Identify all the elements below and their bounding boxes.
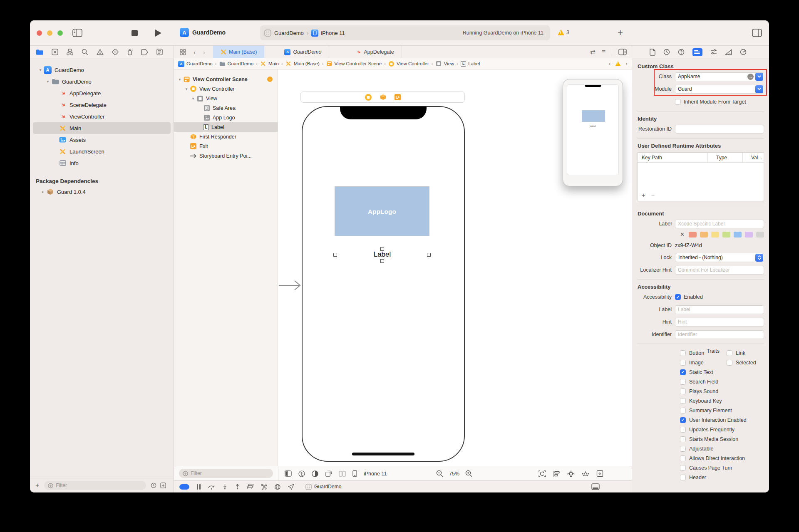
outline-row-scene[interactable]: ▾ View Controller Scene › [174,74,278,84]
accessibility-identifier-input[interactable] [675,331,764,339]
trait-plays-sound-checkbox[interactable] [680,388,686,394]
connections-inspector-icon[interactable] [740,49,747,55]
outline-row-label[interactable]: L Label [174,122,278,132]
selected-label-view[interactable]: Label [357,250,407,259]
trait-causes-page-turn-checkbox[interactable] [680,465,686,471]
trait-link-checkbox[interactable] [727,350,732,356]
breakpoint-navigator-icon[interactable] [141,49,148,55]
canvas-device-name[interactable]: iPhone 11 [364,471,387,477]
nav-row-assets[interactable]: Assets [33,134,171,146]
localizer-hint-field[interactable] [675,266,764,275]
warning-badge[interactable]: 3 [558,29,569,35]
hide-console-icon[interactable] [591,483,600,490]
recent-files-filter-icon[interactable] [151,483,156,488]
trait-image-checkbox[interactable] [680,360,686,366]
simulate-location-icon[interactable] [288,484,294,490]
outline-filter-field[interactable]: Filter [179,469,273,478]
trait-adjustable-checkbox[interactable] [680,446,686,452]
file-inspector-icon[interactable] [650,49,655,56]
environment-overrides-icon[interactable] [274,484,281,490]
adjust-editor-options-icon[interactable]: ≡ [602,48,605,56]
document-label-input[interactable] [675,220,764,228]
module-input[interactable] [675,85,755,93]
zoom-window-button[interactable] [57,30,63,36]
breadcrumb-item[interactable]: Main [268,61,279,66]
tab-guarddemo[interactable]: A GuardDemo [277,46,329,58]
view-controller-dock-icon[interactable] [365,94,372,101]
outline-row-first-responder[interactable]: 1 First Responder [174,132,278,141]
trait-allows-direct-interaction-checkbox[interactable] [680,455,686,461]
remove-attribute-button[interactable]: − [651,191,655,198]
step-over-icon[interactable] [208,484,215,490]
restoration-id-input[interactable] [675,125,764,133]
previous-issue-icon[interactable]: ‹ [609,60,611,67]
navigator-filter-field[interactable]: Filter [44,481,146,490]
breakpoints-toggle[interactable] [179,484,189,490]
breadcrumb-item[interactable]: GuardDemo [186,61,213,66]
outline-row-view[interactable]: ▾ View [174,94,278,103]
resize-handle-left[interactable] [333,253,337,257]
color-swatch-purple[interactable] [745,232,753,238]
next-issue-icon[interactable]: › [625,60,628,67]
scene-jump-indicator[interactable]: › [267,77,273,82]
editor-grid-icon[interactable] [174,46,190,58]
test-navigator-icon[interactable] [112,49,119,55]
add-attribute-button[interactable]: + [642,191,645,198]
no-color-icon[interactable]: ✕ [680,231,685,238]
resolve-autolayout-icon[interactable] [582,470,589,477]
outline-row-view-controller[interactable]: ▾ View Controller [174,84,278,94]
breadcrumb-item[interactable]: Label [468,61,480,66]
disclosure-triangle[interactable]: ▸ [40,190,46,194]
trait-updates-frequently-checkbox[interactable] [680,427,686,433]
color-swatch-orange[interactable] [700,232,708,238]
attributes-inspector-icon[interactable] [710,49,717,55]
identity-inspector-icon[interactable] [692,48,702,56]
accessibility-label-input[interactable] [675,306,764,314]
disclosure-triangle[interactable]: ▾ [37,68,44,72]
debug-navigator-icon[interactable] [127,49,133,55]
outline-row-safe-area[interactable]: Safe Area [174,103,278,113]
color-swatch-gray[interactable] [756,232,764,238]
minimize-window-button[interactable] [47,30,52,36]
inherit-module-checkbox[interactable] [675,99,681,105]
nav-row-appdelegate[interactable]: AppDelegate [33,87,171,99]
code-review-icon[interactable]: ⇄ [590,48,596,56]
pause-execution-icon[interactable] [196,484,201,490]
trait-header-checkbox[interactable] [680,475,686,480]
accessibility-identifier-field[interactable] [675,330,764,339]
first-responder-dock-icon[interactable] [380,94,386,100]
resize-handle-top[interactable] [380,247,384,251]
trait-selected-checkbox[interactable] [727,360,732,366]
new-tab-button[interactable]: + [618,27,623,38]
outline-row-app-logo[interactable]: App Logo [174,113,278,122]
trait-starts-media-checkbox[interactable] [680,436,686,442]
breadcrumb-item[interactable]: View Controller [397,61,429,66]
orientation-icon[interactable] [325,470,332,477]
add-editor-icon[interactable] [618,49,627,55]
accessibility-hint-field[interactable] [675,318,764,327]
outline-row-entry-point[interactable]: Storyboard Entry Poi... [174,151,278,161]
nav-row-info-plist[interactable]: Info [33,157,171,169]
align-icon[interactable] [553,470,560,477]
add-file-button[interactable]: + [35,482,39,489]
class-dropdown-button[interactable] [755,73,763,81]
accessibility-label-field[interactable] [675,305,764,314]
nav-row-group-guarddemo[interactable]: ▾ GuardDemo [33,76,171,87]
resize-handle-bottom[interactable] [380,259,384,263]
find-navigator-icon[interactable] [82,49,88,55]
lock-dropdown[interactable]: Inherited - (Nothing) [675,253,764,262]
nav-row-viewcontroller[interactable]: ViewController [33,111,171,122]
issue-warning-icon[interactable] [615,61,621,66]
accessibility-preview-icon[interactable] [298,470,305,477]
run-button[interactable] [155,29,162,37]
color-swatch-blue[interactable] [734,232,742,238]
toggle-inspector-icon[interactable] [752,29,762,37]
trait-static-text-checkbox[interactable] [680,369,686,375]
forward-button[interactable]: › [199,46,209,58]
document-label-field[interactable] [675,220,764,228]
device-icon[interactable] [352,470,357,477]
update-frames-icon[interactable] [538,470,546,477]
split-preview-icon[interactable] [339,471,346,477]
nav-row-guard-package[interactable]: ▸ Guard 1.0.4 [33,186,171,198]
debug-process-selector[interactable]: GuardDemo [305,484,341,490]
